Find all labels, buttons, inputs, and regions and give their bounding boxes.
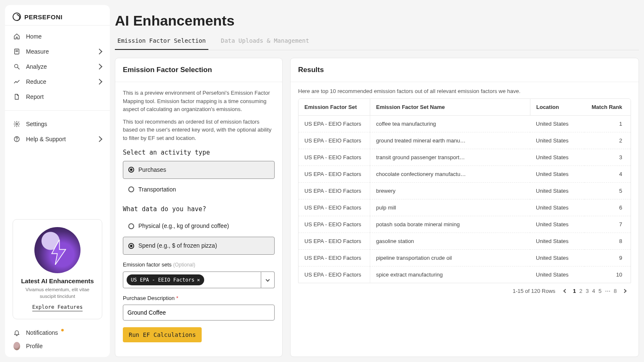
sidebar-item-analyze[interactable]: Analyze bbox=[5, 59, 110, 74]
chevron-right-icon bbox=[96, 64, 102, 70]
radio-label: Transportation bbox=[138, 185, 176, 194]
sidebar-item-reduce[interactable]: Reduce bbox=[5, 74, 110, 89]
form-intro-2: This tool recommends an ordered list of … bbox=[123, 118, 275, 142]
promo-desc: Vivamus elementum, elit vitae suscipit t… bbox=[19, 286, 96, 300]
doc-icon bbox=[13, 93, 20, 100]
efset-chip[interactable]: US EPA - EEIO Factors ✕ bbox=[127, 274, 204, 285]
cell-set: US EPA - EEIO Factors bbox=[299, 132, 370, 149]
sidebar-item-help-support[interactable]: Help & Support bbox=[5, 132, 110, 147]
table-row[interactable]: US EPA - EEIO Factorspulp millUnited Sta… bbox=[299, 199, 631, 216]
table-row[interactable]: US EPA - EEIO FactorsbreweryUnited State… bbox=[299, 182, 631, 199]
col-set[interactable]: Emission Factor Set bbox=[299, 99, 370, 116]
cell-name: pulp mill bbox=[370, 199, 530, 216]
logo[interactable]: PERSEFONI bbox=[5, 5, 110, 26]
cell-set: US EPA - EEIO Factors bbox=[299, 165, 370, 182]
nav-label: Help & Support bbox=[26, 136, 66, 142]
cell-location: United States bbox=[530, 199, 584, 216]
tab-data-uploads-management[interactable]: Data Uploads & Management bbox=[218, 33, 312, 50]
col-name[interactable]: Emission Factor Set Name bbox=[370, 99, 530, 116]
results-header: Results bbox=[291, 58, 639, 82]
nav-primary: HomeMeasureAnalyzeReduceReport bbox=[5, 26, 110, 108]
tab-emission-factor-selection[interactable]: Emission Factor Selection bbox=[115, 33, 208, 50]
activity-option-1[interactable]: Transportation bbox=[123, 181, 275, 199]
radio-label: Physical (e.g., kg of ground coffee) bbox=[138, 222, 229, 230]
chevron-right-icon bbox=[96, 49, 102, 54]
cell-set: US EPA - EEIO Factors bbox=[299, 249, 370, 266]
cell-rank: 4 bbox=[584, 165, 631, 182]
home-icon bbox=[13, 33, 20, 40]
svg-line-4 bbox=[18, 67, 19, 69]
sidebar-footer-item-profile[interactable]: Profile bbox=[5, 339, 110, 353]
page-3[interactable]: 3 bbox=[584, 287, 590, 295]
results-panel: Results Here are top 10 recommended emis… bbox=[290, 58, 639, 357]
page-4[interactable]: 4 bbox=[590, 287, 597, 295]
efset-chip-label: US EPA - EEIO Factors bbox=[131, 276, 195, 284]
page-2[interactable]: 2 bbox=[578, 287, 584, 295]
page-1[interactable]: 1 bbox=[571, 287, 578, 295]
activity-option-0[interactable]: Purchases bbox=[123, 161, 275, 179]
cell-rank: 2 bbox=[584, 132, 631, 149]
promo-cta[interactable]: Explore Features bbox=[32, 304, 83, 311]
cell-location: United States bbox=[530, 266, 584, 283]
table-row[interactable]: US EPA - EEIO Factorschocolate confectio… bbox=[299, 165, 631, 182]
activity-type-label: Select an activity type bbox=[123, 148, 275, 158]
results-table: Emission Factor Set Emission Factor Set … bbox=[298, 98, 631, 283]
chevron-right-icon bbox=[96, 136, 102, 142]
nav-label: Profile bbox=[26, 343, 43, 349]
results-desc: Here are top 10 recommended emission fac… bbox=[298, 88, 631, 94]
radio-label: Purchases bbox=[138, 165, 166, 174]
sidebar-item-home[interactable]: Home bbox=[5, 29, 110, 44]
gauge-icon bbox=[13, 48, 20, 55]
cell-name: ground treated mineral earth manu… bbox=[370, 132, 530, 149]
sidebar-item-report[interactable]: Report bbox=[5, 89, 110, 104]
cell-location: United States bbox=[530, 149, 584, 165]
purchase-description-input[interactable] bbox=[123, 305, 275, 321]
cell-name: spice extract manufacturing bbox=[370, 266, 530, 283]
close-icon[interactable]: ✕ bbox=[197, 276, 200, 284]
cell-set: US EPA - EEIO Factors bbox=[299, 233, 370, 249]
table-row[interactable]: US EPA - EEIO Factorsgasoline stationUni… bbox=[299, 233, 631, 249]
nav-label: Notifications bbox=[26, 329, 58, 336]
efset-box[interactable]: US EPA - EEIO Factors ✕ bbox=[123, 272, 261, 288]
efset-dropdown-button[interactable] bbox=[261, 272, 275, 288]
cell-rank: 10 bbox=[584, 266, 631, 283]
help-icon bbox=[13, 136, 20, 142]
table-row[interactable]: US EPA - EEIO Factorspotash soda borate … bbox=[299, 216, 631, 233]
table-row[interactable]: US EPA - EEIO Factorstransit ground pass… bbox=[299, 149, 631, 165]
table-row[interactable]: US EPA - EEIO Factorspipeline transporta… bbox=[299, 249, 631, 266]
col-location[interactable]: Location bbox=[530, 99, 584, 116]
cell-rank: 1 bbox=[584, 116, 631, 132]
col-rank[interactable]: Match Rank bbox=[584, 99, 631, 116]
sidebar-item-settings[interactable]: Settings bbox=[5, 116, 110, 132]
run-button[interactable]: Run EF Calculations bbox=[123, 327, 202, 342]
cell-name: chocolate confectionery manufactu… bbox=[370, 165, 530, 182]
data-type-option-0[interactable]: Physical (e.g., kg of ground coffee) bbox=[123, 217, 275, 235]
nav-label: Home bbox=[26, 33, 42, 40]
gear-icon bbox=[13, 121, 20, 127]
cell-location: United States bbox=[530, 249, 584, 266]
page-next[interactable] bbox=[621, 287, 628, 294]
radio-icon bbox=[128, 186, 134, 192]
cell-name: gasoline station bbox=[370, 233, 530, 249]
notification-dot-icon bbox=[61, 329, 64, 331]
logo-icon bbox=[13, 13, 21, 21]
avatar-icon bbox=[13, 343, 20, 349]
cell-location: United States bbox=[530, 233, 584, 249]
page-8[interactable]: 8 bbox=[612, 287, 618, 295]
desc-label-text: Purchase Description bbox=[123, 295, 175, 301]
table-row[interactable]: US EPA - EEIO Factorsspice extract manuf… bbox=[299, 266, 631, 283]
page-prev[interactable] bbox=[562, 287, 569, 294]
sidebar-item-measure[interactable]: Measure bbox=[5, 44, 110, 59]
table-header: Emission Factor Set Emission Factor Set … bbox=[299, 99, 631, 116]
cell-name: coffee tea manufacturing bbox=[370, 116, 530, 132]
table-row[interactable]: US EPA - EEIO Factorsground treated mine… bbox=[299, 132, 631, 149]
page-5[interactable]: 5 bbox=[597, 287, 603, 295]
table-row[interactable]: US EPA - EEIO Factorscoffee tea manufact… bbox=[299, 116, 631, 132]
efset-optional: (Optional) bbox=[173, 262, 195, 268]
data-type-option-1[interactable]: Spend (e.g., $ of frozen pizza) bbox=[123, 237, 275, 255]
page-⋯: ⋯ bbox=[603, 287, 612, 295]
efset-multiselect[interactable]: US EPA - EEIO Factors ✕ bbox=[123, 272, 275, 288]
cell-name: pipeline transportation crude oil bbox=[370, 249, 530, 266]
nav-label: Settings bbox=[26, 121, 47, 127]
sidebar-footer-item-notifications[interactable]: Notifications bbox=[5, 326, 110, 339]
